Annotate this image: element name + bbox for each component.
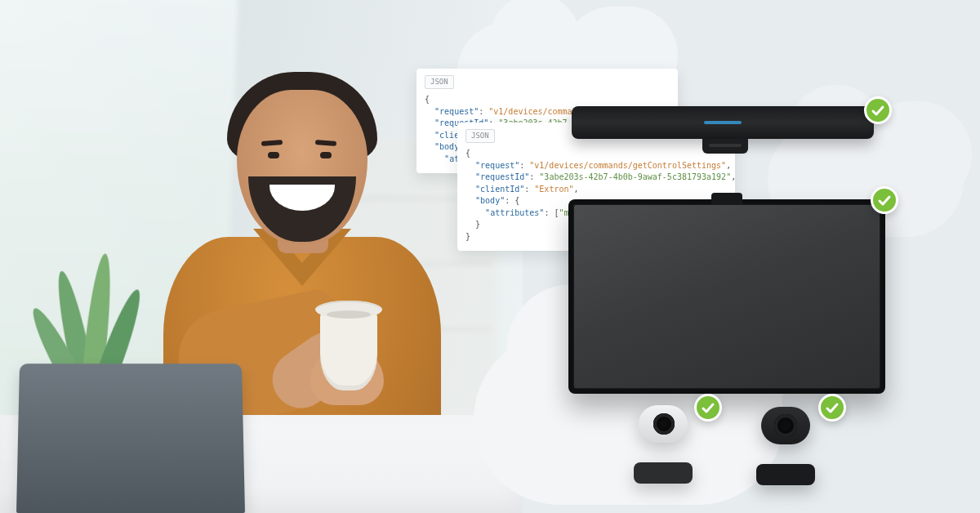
laptop-back	[16, 364, 245, 513]
display-screen	[573, 204, 880, 389]
json-tag-label: JSON	[466, 129, 495, 143]
camera-lens-icon	[653, 413, 675, 435]
json-tag-label: JSON	[425, 75, 454, 89]
video-soundbar	[572, 106, 874, 139]
check-icon	[825, 400, 840, 415]
check-icon	[701, 400, 715, 415]
display-camera-notch	[711, 193, 742, 204]
status-check-badge	[864, 96, 892, 124]
check-icon	[871, 103, 885, 118]
camera-lens-icon	[774, 414, 797, 437]
interactive-display	[568, 199, 885, 394]
coffee-cup	[320, 312, 377, 390]
soundbar-base	[702, 139, 748, 154]
ptz-camera-white	[629, 405, 697, 484]
check-icon	[877, 193, 892, 207]
status-check-badge	[694, 394, 722, 422]
status-check-badge	[871, 186, 898, 214]
ptz-camera-black	[751, 407, 820, 485]
status-check-badge	[818, 394, 846, 422]
